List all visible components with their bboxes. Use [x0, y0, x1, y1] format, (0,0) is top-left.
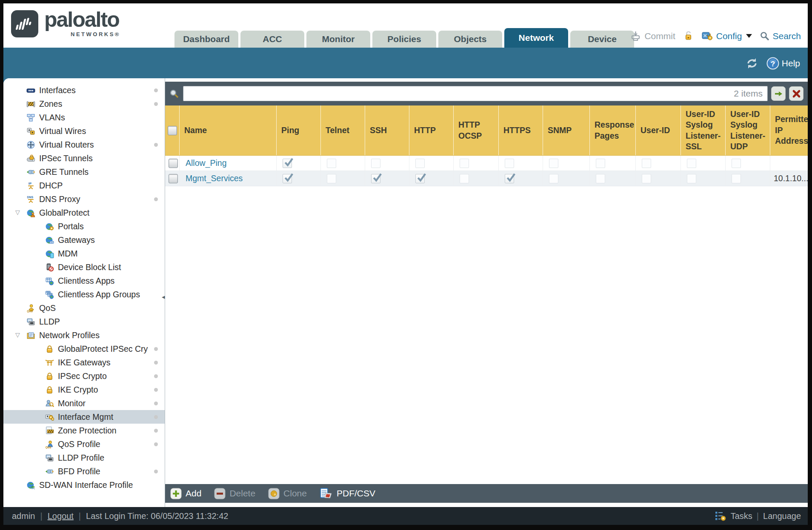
column-header-telnet[interactable]: Telnet [321, 105, 365, 155]
sidebar-item-globalprotect[interactable]: ▽GlobalProtect [3, 206, 165, 219]
cell-https [499, 171, 543, 186]
tab-objects[interactable]: Objects [438, 31, 502, 48]
cell-response_pages [590, 156, 636, 171]
tasks-button[interactable]: Tasks [731, 511, 752, 521]
sidebar-item-zone-protection[interactable]: Zone Protection [3, 424, 165, 437]
sidebar-item-mdm[interactable]: MDM [3, 247, 165, 260]
tab-dashboard[interactable]: Dashboard [174, 31, 238, 48]
tab-policies[interactable]: Policies [372, 31, 436, 48]
row-select-checkbox[interactable] [169, 174, 178, 183]
select-all-checkbox[interactable] [168, 126, 177, 135]
tab-device[interactable]: Device [570, 31, 634, 48]
table-row: Mgmt_Services10.1.10... [165, 171, 808, 186]
row-select-checkbox[interactable] [169, 159, 178, 168]
cell-snmp [543, 171, 590, 186]
column-header-ping[interactable]: Ping [277, 105, 321, 155]
sidebar-item-dns-proxy[interactable]: DNSDNS Proxy [3, 192, 165, 206]
global-search-button[interactable]: Search [760, 31, 801, 41]
unchecked-indicator [415, 159, 425, 168]
sidebar-item-qos-profile[interactable]: QoSQoS Profile [3, 437, 165, 451]
sidebar-item-label: IPSec Crypto [58, 371, 107, 381]
column-header-http_ocsp[interactable]: HTTP OCSP [454, 105, 499, 155]
separator: | [40, 511, 42, 521]
unchecked-indicator [460, 174, 469, 183]
sidebar-item-gateways[interactable]: Gateways [3, 233, 165, 247]
sidebar-item-clientless-apps[interactable]: Clientless Apps [3, 274, 165, 288]
row-name-link[interactable]: Allow_Ping [186, 158, 226, 168]
sidebar-item-portals[interactable]: Portals [3, 219, 165, 233]
sidebar-item-clientless-app-groups[interactable]: Clientless App Groups [3, 288, 165, 301]
separator: | [79, 511, 81, 521]
column-header-https[interactable]: HTTPS [499, 105, 543, 155]
tab-network[interactable]: Network [504, 28, 568, 48]
config-button[interactable]: Config [701, 30, 752, 42]
refresh-icon[interactable] [744, 57, 760, 70]
sidebar-item-label: Zone Protection [58, 426, 117, 436]
lock-icon[interactable] [683, 30, 694, 42]
sidebar-item-ipsec-tunnels[interactable]: IPSec Tunnels [3, 151, 165, 165]
cell-select [165, 171, 180, 186]
sidebar-item-lldp-profile[interactable]: LLDP Profile [3, 451, 165, 464]
sidebar-item-monitor[interactable]: Monitor [3, 396, 165, 410]
apply-filter-button[interactable] [771, 86, 786, 101]
sidebar-item-vlans[interactable]: VLANs [3, 111, 165, 124]
sidebar-item-bfd-profile[interactable]: BFD Profile [3, 464, 165, 478]
tab-monitor[interactable]: Monitor [306, 31, 370, 48]
tree-expander-icon[interactable]: ▽ [15, 332, 20, 338]
portals-icon [45, 222, 54, 231]
interface-mgmt-icon [45, 413, 54, 422]
sidebar-item-ipsec-crypto[interactable]: IPSec Crypto [3, 369, 165, 383]
status-dot [154, 88, 158, 92]
clone-button[interactable]: Clone [268, 488, 307, 499]
svg-text:?: ? [771, 60, 775, 68]
sidebar-item-gre-tunnels[interactable]: GRE Tunnels [3, 165, 165, 179]
row-name-link[interactable]: Mgmt_Services [186, 174, 243, 183]
sidebar-item-zones[interactable]: Zones [3, 97, 165, 111]
clear-filter-button[interactable] [789, 86, 803, 101]
help-button[interactable]: ? Help [766, 57, 800, 70]
sidebar-item-qos[interactable]: QoSQoS [3, 301, 165, 315]
column-header-snmp[interactable]: SNMP [543, 105, 590, 155]
column-header-permitted_ip[interactable]: Permitted IP Address... [770, 105, 808, 155]
sidebar-item-ike-gateways[interactable]: IKE Gateways [3, 356, 165, 369]
sidebar-item-network-profiles[interactable]: ▽Network Profiles [3, 328, 165, 342]
sidebar-item-sd-wan-interface-profile[interactable]: SD-WAN Interface Profile [3, 478, 165, 492]
sidebar-item-interface-mgmt[interactable]: Interface Mgmt [3, 410, 165, 424]
sidebar-item-label: GRE Tunnels [39, 167, 89, 177]
tasks-icon [715, 510, 726, 521]
delete-button[interactable]: Delete [214, 488, 255, 499]
sidebar-item-lldp[interactable]: LLDP [3, 315, 165, 328]
column-header-ssh[interactable]: SSH [365, 105, 409, 155]
language-button[interactable]: Language [763, 511, 801, 521]
add-button[interactable]: Add [170, 488, 201, 499]
table-header: NamePingTelnetSSHHTTPHTTP OCSPHTTPSSNMPR… [165, 105, 808, 156]
sidebar-collapse-handle[interactable]: ◂ [162, 293, 165, 301]
column-header-http[interactable]: HTTP [409, 105, 454, 155]
commit-button[interactable]: Commit [630, 30, 675, 42]
sdwan-icon [26, 481, 35, 490]
sidebar-item-ike-crypto[interactable]: IKE Crypto [3, 383, 165, 396]
sidebar-item-label: LLDP [39, 317, 60, 327]
column-header-uid_syslog_ssl[interactable]: User-ID Syslog Listener-SSL [681, 105, 726, 155]
tab-acc[interactable]: ACC [240, 31, 304, 48]
logout-link[interactable]: Logout [48, 511, 74, 521]
sidebar-item-virtual-wires[interactable]: Virtual Wires [3, 124, 165, 138]
column-header-name[interactable]: Name [180, 105, 277, 155]
sidebar-item-globalprotect-ipsec-crypto[interactable]: GlobalProtect IPSec Crypto [3, 342, 165, 356]
pdf-csv-button[interactable]: PDF/CSV [320, 487, 375, 499]
tree-expander-icon[interactable]: ▽ [15, 209, 20, 215]
unchecked-indicator [460, 159, 469, 168]
sidebar-item-device-block-list[interactable]: Device Block List [3, 260, 165, 274]
cell-telnet [321, 171, 365, 186]
filter-input[interactable] [183, 86, 768, 101]
sidebar-item-virtual-routers[interactable]: Virtual Routers [3, 138, 165, 151]
sidebar-item-dhcp[interactable]: IPDHCP [3, 179, 165, 192]
cell-ssh [365, 156, 409, 171]
sidebar-item-label: LLDP Profile [58, 453, 104, 463]
column-header-uid_syslog_udp[interactable]: User-ID Syslog Listener-UDP [726, 105, 770, 155]
cell-response_pages [590, 171, 636, 186]
column-header-response_pages[interactable]: Response Pages [590, 105, 636, 155]
column-header-user_id[interactable]: User-ID [636, 105, 681, 155]
unchecked-indicator [687, 159, 696, 168]
sidebar-item-interfaces[interactable]: Interfaces [3, 83, 165, 97]
